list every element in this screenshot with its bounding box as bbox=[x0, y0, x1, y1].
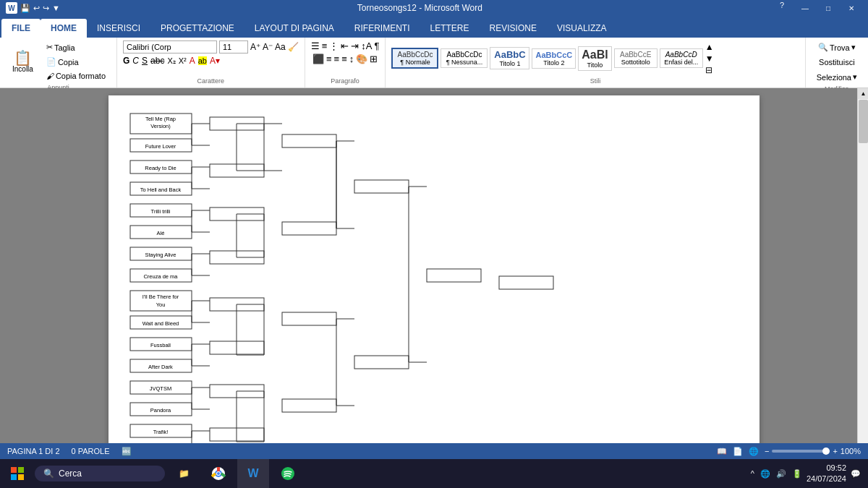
line-spacing-button[interactable]: ↕ bbox=[349, 53, 354, 64]
minimize-button[interactable]: — bbox=[794, 1, 816, 15]
tab-layout[interactable]: LAYOUT DI PAGINA bbox=[244, 19, 344, 38]
svg-line-18 bbox=[264, 124, 282, 141]
scroll-up-button[interactable]: ▲ bbox=[858, 88, 868, 99]
trova-button[interactable]: 🔍 Trova ▾ bbox=[813, 40, 861, 54]
change-case-button[interactable]: Aa bbox=[275, 42, 286, 52]
font-name-input[interactable] bbox=[123, 40, 217, 53]
maximize-button[interactable]: □ bbox=[817, 1, 839, 15]
font-size-down-button[interactable]: A⁻ bbox=[263, 42, 273, 52]
vertical-scrollbar[interactable]: ▲ ▼ bbox=[857, 88, 868, 459]
list-bullet-button[interactable]: ☰ bbox=[311, 40, 320, 51]
title-bar-left: W 💾 ↩ ↪ ▼ bbox=[6, 2, 60, 14]
incolla-button[interactable]: 📋 Incolla bbox=[6, 47, 40, 77]
font-color-button[interactable]: A bbox=[190, 56, 195, 66]
list-numbered-button[interactable]: ≡ bbox=[322, 40, 328, 51]
status-left: PAGINA 1 DI 2 0 PAROLE 🔤 bbox=[7, 447, 132, 456]
style-titolo2-button[interactable]: AaBbCcC Titolo 2 bbox=[532, 48, 576, 69]
tab-home[interactable]: HOME bbox=[41, 19, 87, 38]
zoom-level: 100% bbox=[841, 447, 861, 455]
subscript-button[interactable]: X₂ bbox=[167, 56, 175, 66]
chrome-button[interactable] bbox=[203, 459, 234, 488]
style-nessuna-button[interactable]: AaBbCcDc ¶ Nessuna... bbox=[441, 48, 488, 68]
multilevel-list-button[interactable]: ⋮ bbox=[329, 40, 339, 51]
file-explorer-button[interactable]: 📁 bbox=[168, 459, 200, 488]
tray-chevron-icon[interactable]: ^ bbox=[751, 469, 754, 478]
superscript-button[interactable]: X² bbox=[179, 56, 187, 65]
highlight-button[interactable]: ab bbox=[198, 56, 207, 65]
font-size-up-button[interactable]: A⁺ bbox=[250, 42, 260, 52]
style-sottotitolo-button[interactable]: AaBbCcE Sottotitolo bbox=[614, 48, 658, 68]
align-left-button[interactable]: ⬛ bbox=[312, 53, 324, 64]
style-enfasi-button[interactable]: AaBbCcD Enfasi del... bbox=[660, 48, 703, 68]
taglia-button[interactable]: ✂ Taglia bbox=[41, 40, 111, 54]
shading-button[interactable]: 🎨 bbox=[356, 53, 367, 64]
svg-rect-90 bbox=[282, 399, 336, 412]
modifica-group: 🔍 Trova ▾ Sostituisci Seleziona ▾ Modifi… bbox=[806, 38, 868, 87]
seleziona-button[interactable]: Seleziona ▾ bbox=[812, 70, 862, 84]
text-color-button[interactable]: A▾ bbox=[210, 56, 220, 66]
taskbar-search-box[interactable]: 🔍 Cerca bbox=[35, 466, 165, 481]
align-right-button[interactable]: ≡ bbox=[334, 53, 340, 64]
folder-icon: 📁 bbox=[179, 468, 190, 479]
style-titolo-button[interactable]: AaBl Titolo bbox=[578, 46, 611, 71]
document-area[interactable]: Tell Me (Rap Version) Future Lover Ready… bbox=[0, 88, 868, 459]
search-icon: 🔍 bbox=[818, 43, 828, 52]
borders-button[interactable]: ⊞ bbox=[370, 53, 378, 64]
svg-text:I'll Be There for: I'll Be There for bbox=[142, 294, 179, 300]
style-titolo1-button[interactable]: AaBbC Titolo 1 bbox=[490, 47, 529, 69]
paragraph-group: ☰ ≡ ⋮ ⇤ ⇥ ↕A ¶ ⬛ ≡ ≡ ≡ ↕ 🎨 ⊞ Paragrafo bbox=[305, 38, 386, 87]
style-gallery-scroll[interactable]: ▲ ▼ ⊟ bbox=[705, 42, 714, 75]
strikethrough-button[interactable]: abc bbox=[150, 56, 164, 66]
decrease-indent-button[interactable]: ⇤ bbox=[341, 40, 349, 51]
chevron-up-icon[interactable]: ▲ bbox=[705, 42, 714, 52]
svg-text:You: You bbox=[156, 301, 166, 308]
tab-file[interactable]: FILE bbox=[1, 19, 41, 38]
chrome-icon bbox=[211, 466, 226, 481]
align-center-button[interactable]: ≡ bbox=[326, 53, 332, 64]
underline-button[interactable]: S bbox=[142, 56, 148, 66]
show-formatting-button[interactable]: ¶ bbox=[374, 40, 379, 51]
view-read-button[interactable]: 📖 bbox=[717, 447, 727, 456]
clock[interactable]: 09:52 24/07/2024 bbox=[807, 463, 846, 485]
increase-indent-button[interactable]: ⇥ bbox=[351, 40, 359, 51]
sort-button[interactable]: ↕A bbox=[361, 40, 372, 51]
tab-revisione[interactable]: REVISIONE bbox=[480, 19, 547, 38]
spotify-button[interactable] bbox=[272, 459, 304, 488]
tab-inserisci[interactable]: INSERISCI bbox=[87, 19, 150, 38]
copia-formato-button[interactable]: 🖌 Copia formato bbox=[41, 69, 111, 82]
view-layout-button[interactable]: 📄 bbox=[733, 447, 743, 456]
tab-lettere[interactable]: LETTERE bbox=[420, 19, 480, 38]
scroll-thumb[interactable] bbox=[859, 100, 868, 143]
align-justify-button[interactable]: ≡ bbox=[341, 53, 347, 64]
stili-group: AaBbCcDc ¶ Normale AaBbCcDc ¶ Nessuna...… bbox=[386, 38, 805, 87]
view-web-button[interactable]: 🌐 bbox=[749, 447, 759, 456]
close-button[interactable]: ✕ bbox=[841, 1, 862, 15]
notification-icon[interactable]: 💬 bbox=[851, 469, 861, 479]
zoom-control[interactable]: − + 100% bbox=[765, 447, 861, 455]
title-bar-controls: ? — □ ✕ bbox=[780, 1, 862, 15]
svg-text:Future Lover: Future Lover bbox=[145, 143, 176, 150]
bold-button[interactable]: G bbox=[123, 56, 129, 66]
bracket-svg: Tell Me (Rap Version) Future Lover Ready… bbox=[123, 110, 687, 459]
copia-button[interactable]: 📄 Copia bbox=[41, 55, 111, 69]
search-icon: 🔍 bbox=[43, 468, 54, 479]
style-normal-button[interactable]: AaBbCcDc ¶ Normale bbox=[391, 48, 438, 69]
word-button[interactable]: W bbox=[237, 459, 269, 488]
zoom-in-icon[interactable]: + bbox=[833, 447, 837, 455]
tab-visualizza[interactable]: VISUALIZZA bbox=[547, 19, 617, 38]
taskbar-right: ^ 🌐 🔊 🔋 09:52 24/07/2024 💬 bbox=[751, 463, 868, 485]
volume-icon[interactable]: 🔊 bbox=[776, 469, 786, 479]
zoom-out-icon[interactable]: − bbox=[765, 447, 769, 455]
clear-format-button[interactable]: 🧹 bbox=[288, 42, 299, 52]
tab-riferimenti[interactable]: RIFERIMENTI bbox=[344, 19, 420, 38]
tab-progettazione[interactable]: PROGETTAZIONE bbox=[150, 19, 244, 38]
scissors-icon: ✂ bbox=[46, 43, 53, 52]
network-icon[interactable]: 🌐 bbox=[760, 469, 770, 479]
chevron-down-icon[interactable]: ▼ bbox=[705, 53, 714, 64]
expand-styles-icon[interactable]: ⊟ bbox=[705, 65, 714, 75]
zoom-slider[interactable] bbox=[772, 450, 830, 453]
font-size-input[interactable] bbox=[219, 40, 248, 53]
sostituisci-button[interactable]: Sostituisci bbox=[814, 56, 860, 69]
italic-button[interactable]: C bbox=[132, 56, 139, 66]
start-button[interactable] bbox=[3, 459, 32, 488]
